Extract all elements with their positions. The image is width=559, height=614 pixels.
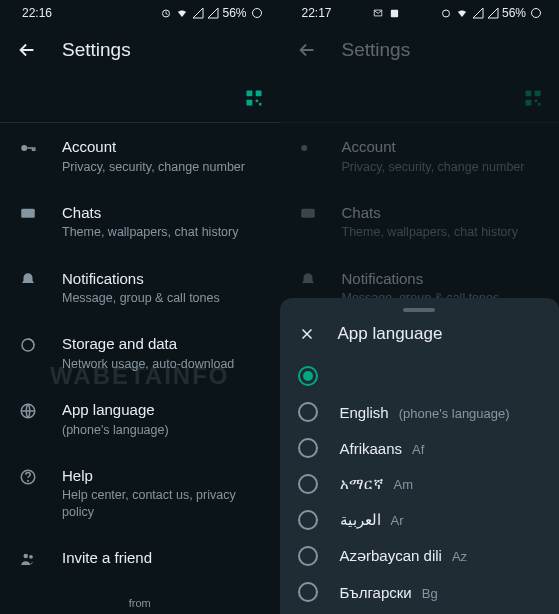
- battery-icon: [250, 7, 264, 19]
- status-bar: 22:16 56%: [0, 0, 280, 26]
- status-icons: 56%: [160, 6, 263, 20]
- key-icon: [298, 138, 318, 158]
- item-title: App language: [62, 400, 169, 420]
- photos-icon: [389, 8, 400, 19]
- settings-item-chats[interactable]: ChatsTheme, wallpapers, chat history: [280, 189, 560, 255]
- language-option[interactable]: AfrikaansAf: [280, 430, 560, 466]
- status-bar: 22:17 56%: [280, 0, 560, 26]
- item-title: Chats: [62, 203, 238, 223]
- sheet-title: App language: [338, 324, 443, 344]
- storage-icon: [18, 335, 38, 355]
- status-time: 22:16: [22, 6, 52, 20]
- settings-item-storage[interactable]: Storage and dataNetwork usage, auto-down…: [0, 320, 280, 386]
- app-header: Settings: [0, 26, 280, 74]
- footer: from Meta: [0, 583, 280, 614]
- settings-item-invite[interactable]: Invite a friend: [0, 534, 280, 583]
- svg-rect-3: [255, 91, 261, 97]
- settings-list: AccountPrivacy, security, change number …: [0, 123, 280, 583]
- svg-rect-15: [391, 9, 398, 16]
- wifi-icon: [455, 7, 469, 19]
- item-sub: Network usage, auto-download: [62, 356, 234, 372]
- svg-rect-22: [538, 103, 541, 106]
- radio-selected[interactable]: [298, 366, 318, 386]
- page-title: Settings: [342, 39, 411, 61]
- people-icon: [18, 549, 38, 569]
- item-title: Notifications: [62, 269, 220, 289]
- status-icons: 56%: [440, 6, 543, 20]
- language-sheet: App language English(phone's language) A…: [280, 298, 560, 614]
- item-sub: Message, group & call tones: [62, 290, 220, 306]
- key-icon: [18, 138, 38, 158]
- item-title: Invite a friend: [62, 548, 152, 568]
- gmail-icon: [372, 8, 384, 18]
- radio[interactable]: [298, 510, 318, 530]
- svg-rect-18: [526, 91, 532, 97]
- svg-rect-21: [535, 100, 538, 103]
- language-option[interactable]: БългарскиBg: [280, 574, 560, 610]
- item-sub: Privacy, security, change number: [62, 159, 245, 175]
- settings-item-language[interactable]: App language(phone's language): [0, 386, 280, 452]
- item-sub: (phone's language): [62, 422, 169, 438]
- signal-icon-2: [487, 7, 499, 19]
- svg-rect-2: [246, 91, 252, 97]
- svg-point-16: [442, 10, 449, 17]
- svg-rect-20: [526, 100, 532, 106]
- radio[interactable]: [298, 438, 318, 458]
- item-title: Account: [62, 137, 245, 157]
- radio[interactable]: [298, 474, 318, 494]
- signal-icon-2: [207, 7, 219, 19]
- language-option[interactable]: አማርኛAm: [280, 466, 560, 502]
- language-option[interactable]: Azərbaycan diliAz: [280, 538, 560, 574]
- settings-item-help[interactable]: HelpHelp center, contact us, privacy pol…: [0, 452, 280, 534]
- help-icon: [18, 467, 38, 487]
- svg-point-13: [24, 554, 29, 559]
- radio[interactable]: [298, 546, 318, 566]
- app-header: Settings: [280, 26, 560, 74]
- svg-rect-8: [21, 209, 35, 218]
- svg-rect-19: [535, 91, 541, 97]
- settings-item-chats[interactable]: ChatsTheme, wallpapers, chat history: [0, 189, 280, 255]
- radio[interactable]: [298, 582, 318, 602]
- svg-rect-4: [246, 100, 252, 106]
- bell-icon: [18, 270, 38, 290]
- screenshot-right: 22:17 56% Settings AccountPrivacy, secur…: [280, 0, 560, 614]
- settings-item-notifications[interactable]: NotificationsMessage, group & call tones: [0, 255, 280, 321]
- language-option[interactable]: العربيةAr: [280, 502, 560, 538]
- language-option[interactable]: [280, 358, 560, 394]
- sheet-handle[interactable]: [403, 308, 435, 312]
- close-icon[interactable]: [298, 325, 316, 343]
- page-title: Settings: [62, 39, 131, 61]
- status-time: 22:17: [302, 6, 332, 20]
- wifi-icon: [175, 7, 189, 19]
- settings-item-account[interactable]: AccountPrivacy, security, change number: [280, 123, 560, 189]
- item-sub: Help center, contact us, privacy policy: [62, 487, 264, 520]
- settings-item-account[interactable]: AccountPrivacy, security, change number: [0, 123, 280, 189]
- svg-point-12: [28, 480, 29, 481]
- svg-rect-6: [259, 103, 262, 106]
- svg-point-17: [532, 9, 541, 18]
- bell-icon: [298, 270, 318, 290]
- svg-point-7: [21, 145, 27, 151]
- svg-rect-24: [301, 209, 315, 218]
- qr-icon[interactable]: [244, 88, 264, 108]
- chat-icon: [298, 204, 318, 224]
- screenshot-left: 22:16 56% Settings AccountPrivacy, secur…: [0, 0, 280, 614]
- signal-icon: [192, 7, 204, 19]
- battery-icon: [529, 7, 543, 19]
- svg-point-1: [252, 9, 261, 18]
- chat-icon: [18, 204, 38, 224]
- footer-from: from: [0, 597, 280, 609]
- globe-icon: [18, 401, 38, 421]
- radio[interactable]: [298, 402, 318, 422]
- language-option[interactable]: English(phone's language): [280, 394, 560, 430]
- signal-icon: [472, 7, 484, 19]
- qr-row: [0, 74, 280, 122]
- qr-icon[interactable]: [523, 88, 543, 108]
- back-icon[interactable]: [16, 39, 38, 61]
- back-icon[interactable]: [296, 39, 318, 61]
- alarm-icon: [440, 7, 452, 19]
- battery-pct: 56%: [502, 6, 526, 20]
- language-list: English(phone's language) AfrikaansAf አማ…: [280, 358, 560, 614]
- qr-row: [280, 74, 560, 122]
- svg-rect-5: [255, 100, 257, 103]
